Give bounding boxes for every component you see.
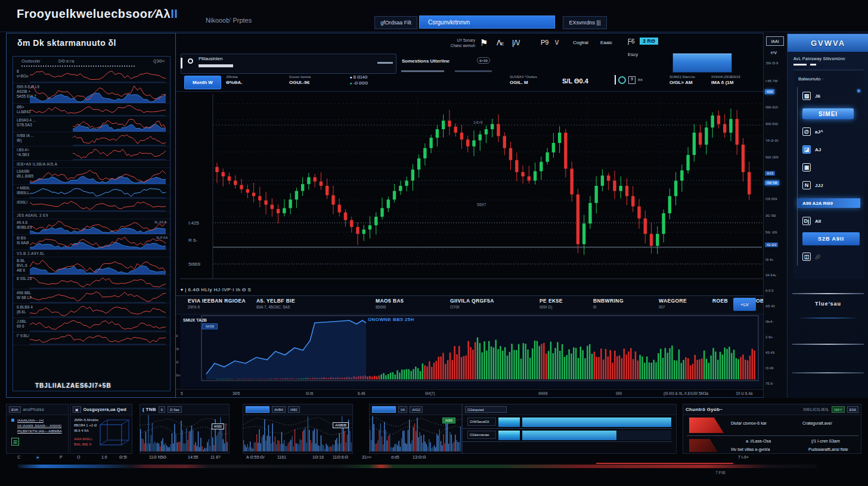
watchlist-row[interactable]: I9I9.9-5 Ø.L9A92IB +5A55 EIA.7	[13, 83, 170, 104]
watchlist-section-label: JE6 A6A9L 3 E9	[13, 212, 170, 219]
mini-chip	[246, 406, 269, 413]
indicator-header-row: EVIA IEEBAN RGIOEA29I% δA5. YELBF BIE89A…	[176, 295, 763, 314]
indicator-column: PE EK5EIΘ9I G)	[540, 298, 563, 309]
watchlist-row[interactable]: 6.BLB6 4(B.6L	[13, 304, 170, 318]
time-axis-label: 3Θ5	[232, 391, 240, 395]
time-axis-label: ΘIΘ6	[538, 391, 548, 395]
zigzag-icon[interactable]: |/\/	[512, 39, 520, 47]
watchlist-row[interactable]: L6A9BIØLL.BIB5	[13, 168, 170, 185]
sidebar-item[interactable]: ◫➚	[802, 248, 860, 266]
progress-bar	[522, 431, 616, 440]
watchlist-row[interactable]: #98 8BLW 6B L9	[13, 289, 170, 304]
sidebar-item[interactable]: ▣	[802, 158, 860, 176]
header-button-primary[interactable]: Csrgunvkrtnnvn	[419, 15, 555, 29]
pencil-icon[interactable]: P9	[541, 39, 548, 46]
footer-note: 7:FIB	[715, 471, 726, 475]
progress-chip: O2aiqutad	[465, 406, 507, 413]
watchlist-row-labels: I.B9.4=^A.5B3	[17, 148, 76, 157]
price-axis-label: A5 43	[765, 304, 775, 308]
flag-icon[interactable]: ⚑	[480, 38, 488, 48]
sidebar-item[interactable]: A9II A2A RΘ9	[802, 194, 860, 212]
peaks-icon[interactable]: ΛE	[497, 39, 503, 47]
white-badge: 4I95I	[212, 423, 224, 429]
header-button-orders[interactable]: gfOrdsaa Filt	[374, 16, 417, 29]
watchlist-row[interactable]: B.BLBVL.6AB 6	[13, 257, 170, 275]
details-red-line: AΘA 9A9LL	[74, 437, 92, 441]
red-card-1	[689, 418, 724, 433]
price-axis-label: 9IΘ 5IΘ	[765, 122, 778, 126]
toolbar-cell: S/L Θ0.4	[562, 75, 588, 85]
price-axis-label: 2.9v-	[765, 335, 773, 339]
indicator-column: WAEGOREIΘ7	[659, 298, 687, 309]
mini-chip: ( TNB	[142, 407, 156, 412]
watchlist-row[interactable]: 6i B9-I6 6AØ9LP.A9	[13, 235, 170, 250]
watchlist-row[interactable]: + MB9LIBB9LL	[13, 185, 170, 199]
axis-corner-text: 59I t5-9	[766, 61, 778, 65]
toolbar-cell: ● B Θ14Θ● -Θ ΘΘΘ	[350, 75, 368, 85]
watchlist-row[interactable]: Ø6>LL6Ø43	[13, 104, 170, 117]
mini-chip: I482	[288, 406, 300, 413]
details-line: JM9h-5.Mnddw	[74, 418, 98, 422]
axis-corner-button[interactable]: IAAI	[766, 36, 784, 46]
news-panel: EVAanzPhotss IAAAIUAIA— [=]I/A IAA9I9 JI…	[6, 404, 69, 454]
sidebar-item[interactable]: S2B A9II	[802, 230, 860, 248]
volume-scale-label: Θ	[176, 360, 179, 364]
price-axis-label: I9v4-	[765, 320, 773, 323]
info-head: Chuntrō Gyúb~	[686, 407, 723, 412]
time-axis: 53Θ5Θ.I66.46Θ/I(7)ΘIΘ6ΘΘ(Θ.Θ3 & IIL.X.EI…	[176, 389, 763, 397]
price-axis-label: I9 4v	[765, 258, 773, 261]
status-label: 11Θ N5Θ	[149, 455, 166, 459]
watchlist-row[interactable]: LB9A9.4 ...S7B.5A3	[13, 117, 170, 132]
sidebar-item-icon: ▣	[802, 163, 811, 172]
sidebar-item-icon: Dj	[802, 217, 811, 225]
cyan-badge[interactable]: 3 RΘ	[640, 38, 658, 45]
timeframe-button[interactable]: Month W	[184, 76, 221, 89]
time-axis-label: Θ.I6	[306, 391, 313, 395]
time-axis-label: 6.46	[358, 391, 365, 395]
watchlist-row[interactable]: /699L!	[13, 199, 170, 212]
news-chip: EVA	[9, 406, 21, 413]
watchlist-row[interactable]: J.6BL69 6	[13, 318, 170, 332]
volume-pane[interactable]	[180, 314, 763, 388]
watchlist-divider	[21, 66, 135, 67]
sidebar-item[interactable]: NJJJ	[802, 176, 860, 194]
details-line: 8BO84 1 +2.Θ	[74, 423, 97, 428]
info-chip-2: ISKY	[832, 406, 845, 413]
watchlist-row[interactable]: I.B9.4=^A.5B3	[13, 147, 170, 161]
watchlist-row[interactable]: I" 9.BL/	[13, 332, 170, 345]
volume-chip: IW5B	[202, 323, 218, 329]
info-text-5: IIIv bet villas e-gvnl/a	[731, 447, 770, 451]
watchlist-footer: TBJLIIALZAES6JI7+5B	[35, 382, 111, 389]
sidebar-item[interactable]: ▨J6	[802, 87, 860, 105]
eaaic-label[interactable]: Eaaic	[600, 40, 612, 45]
watchlist-row[interactable]: #9.4.6IB9BLE59L.69 8-	[13, 219, 170, 235]
axis-corner-icon: ℮v	[771, 49, 777, 55]
corner-note: UY 5onaryChanc wvmuh	[438, 38, 475, 48]
candlestick-chart[interactable]: Ι:425R 6-5I66914>95697	[180, 93, 763, 284]
watchlist-row[interactable]: 8v=8Gu	[13, 68, 170, 83]
price-axis-label: I:45 7W	[765, 79, 778, 83]
indicator-add-button[interactable]: +LV	[733, 298, 756, 311]
volume-scale-label: 9	[176, 334, 178, 338]
price-axis-label: 43.49	[765, 351, 774, 354]
news-head: anzPhotss	[23, 407, 44, 412]
sidebar-item[interactable]: @aJ^	[802, 123, 860, 141]
sidebar-item[interactable]: ◪AJ	[802, 141, 860, 158]
progress-bar-segment	[498, 418, 520, 427]
watchlist-columns: OudsvzkrDΘ:e:raQ3Θ<	[13, 57, 170, 64]
check-icon[interactable]: \/	[555, 39, 559, 46]
sidebar-item[interactable]: DjAII	[802, 212, 860, 230]
cogtral-label[interactable]: Cogtral	[573, 40, 588, 45]
progress-bar	[522, 418, 671, 427]
blue-highlight-box[interactable]	[672, 53, 732, 73]
sessions-pill[interactable]: 6<39	[477, 57, 490, 64]
toolbar-cell: IIV9A4I.25I3E9I19IMA δ (1M	[711, 75, 740, 85]
watchlist-row[interactable]: 8 93L 23	[13, 275, 170, 289]
watchlist-row[interactable]: IVB8 IA ...IB)	[13, 132, 170, 147]
time-axis-label: (Θ.Θ3 & IIL.X.EIIJΘ 5M3a	[664, 391, 708, 395]
sidebar-item-icon: ◫	[802, 253, 811, 261]
input-dash	[377, 62, 393, 64]
header-button-extended[interactable]: EXsvnrdns |||	[563, 16, 607, 29]
sidebar-item[interactable]: SIMEI	[802, 105, 860, 123]
ohlc-readout: ▾ | 6.4Θ HLIy HJ·IVP·I Ih Θ S	[181, 287, 251, 292]
